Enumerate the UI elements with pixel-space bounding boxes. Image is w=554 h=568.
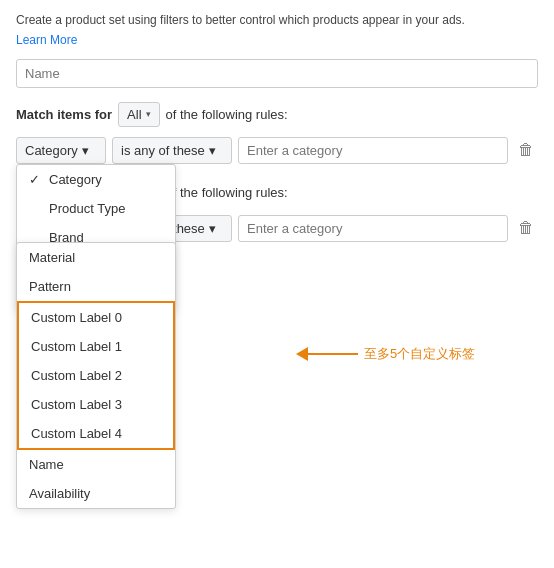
dropdown-item-availability[interactable]: Availability (17, 479, 175, 508)
condition-label-1: is any of these (121, 143, 205, 158)
condition-caret-2: ▾ (209, 221, 216, 236)
dropdown-item-label: Product Type (49, 201, 125, 216)
dropdown-item-product-type[interactable]: Product Type (17, 194, 175, 223)
custom-label-group: Custom Label 0 Custom Label 1 Custom Lab… (17, 301, 175, 450)
custom-label-2[interactable]: Custom Label 2 (19, 361, 173, 390)
all-value-1: All (127, 107, 141, 122)
description-text: Create a product set using filters to be… (16, 12, 538, 29)
custom-label-4[interactable]: Custom Label 4 (19, 419, 173, 448)
value-input-1[interactable] (238, 137, 508, 164)
custom-label-3[interactable]: Custom Label 3 (19, 390, 173, 419)
all-select-1[interactable]: All ▾ (118, 102, 159, 127)
arrow-head-icon (296, 347, 308, 361)
category-select-1[interactable]: Category ▾ (16, 137, 106, 164)
match-label-1: Match items for (16, 107, 112, 122)
arrow-line (308, 353, 358, 355)
condition-caret-1: ▾ (209, 143, 216, 158)
category-dropdown-1-container: Category ▾ ✓ Category Product Type Brand (16, 137, 106, 164)
check-icon: ✓ (29, 172, 43, 187)
condition-select-1[interactable]: is any of these ▾ (112, 137, 232, 164)
category-caret-1: ▾ (82, 143, 89, 158)
category-label-1: Category (25, 143, 78, 158)
dropdown-item-name[interactable]: Name (17, 450, 175, 479)
filter-row-1: Category ▾ ✓ Category Product Type Brand (16, 137, 538, 164)
all-caret-1: ▾ (146, 109, 151, 119)
dropdown-item-material[interactable]: Material (17, 243, 175, 272)
dropdown-item-category[interactable]: ✓ Category (17, 165, 175, 194)
match-suffix-1: of the following rules: (166, 107, 288, 122)
delete-button-1[interactable]: 🗑 (514, 139, 538, 161)
value-input-2[interactable] (238, 215, 508, 242)
match-suffix-2: of the following rules: (166, 185, 288, 200)
match-row-1: Match items for All ▾ of the following r… (16, 102, 538, 127)
annotation-container: 至多5个自定义标签 (296, 345, 475, 363)
dropdown-item-pattern[interactable]: Pattern (17, 272, 175, 301)
delete-button-2[interactable]: 🗑 (514, 217, 538, 239)
name-input[interactable] (16, 59, 538, 88)
learn-more-link[interactable]: Learn More (16, 33, 538, 47)
custom-label-0[interactable]: Custom Label 0 (19, 303, 173, 332)
section-1: Category ▾ ✓ Category Product Type Brand (16, 137, 538, 164)
dropdown-item-label: Category (49, 172, 102, 187)
annotation-text: 至多5个自定义标签 (364, 345, 475, 363)
custom-label-1[interactable]: Custom Label 1 (19, 332, 173, 361)
category-dropdown-menu-2: Material Pattern Custom Label 0 Custom L… (16, 242, 176, 509)
